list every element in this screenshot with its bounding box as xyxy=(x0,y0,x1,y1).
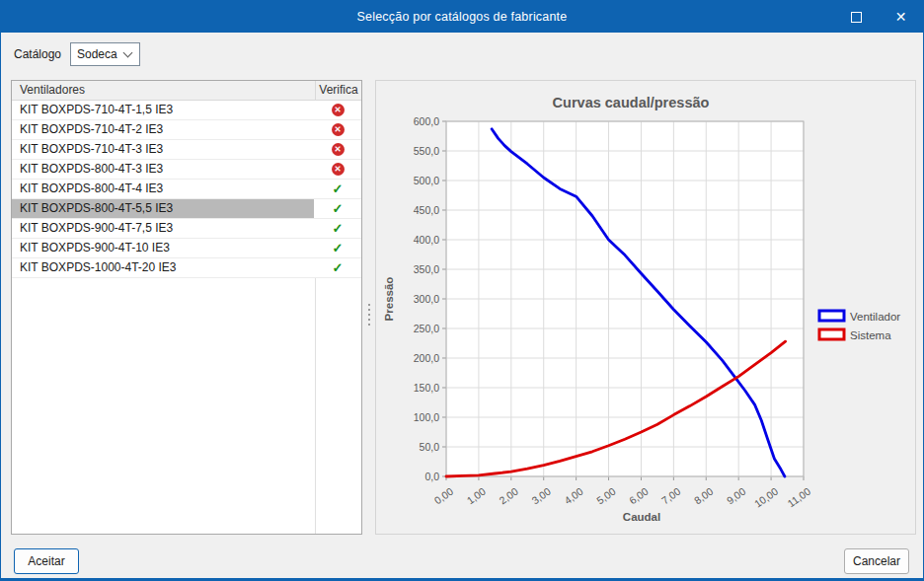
close-button[interactable]: ✕ xyxy=(879,1,923,33)
titlebar[interactable]: Selecção por catálogos de fabricante ✕ xyxy=(1,1,923,33)
header-verifica: Verifica xyxy=(315,81,361,100)
svg-text:4,00: 4,00 xyxy=(562,485,585,507)
catalog-label: Catálogo xyxy=(14,47,61,61)
svg-text:50,0: 50,0 xyxy=(420,441,440,453)
svg-text:250,0: 250,0 xyxy=(414,323,439,334)
svg-text:7,00: 7,00 xyxy=(659,485,683,507)
splitter-dot xyxy=(368,324,370,326)
dialog-window: Selecção por catálogos de fabricante ✕ C… xyxy=(0,0,924,581)
svg-text:400,0: 400,0 xyxy=(414,234,439,246)
panel-splitter[interactable] xyxy=(365,295,373,334)
fan-name: KIT BOXPDS-900-4T-10 IE3 xyxy=(12,239,314,257)
table-row[interactable]: KIT BOXPDS-1000-4T-20 IE3✓ xyxy=(12,258,361,278)
fan-name: KIT BOXPDS-710-4T-2 IE3 xyxy=(12,120,314,139)
fan-name: KIT BOXPDS-800-4T-4 IE3 xyxy=(12,180,314,198)
fail-cross-icon: ✕ xyxy=(314,101,361,119)
svg-text:3,00: 3,00 xyxy=(529,485,553,507)
fail-cross-icon: ✕ xyxy=(314,120,361,139)
svg-text:2,00: 2,00 xyxy=(497,485,520,507)
fan-list-rows: KIT BOXPDS-710-4T-1,5 IE3✕KIT BOXPDS-710… xyxy=(12,101,361,278)
pass-check-icon: ✓ xyxy=(314,239,361,257)
fan-name: KIT BOXPDS-710-4T-3 IE3 xyxy=(12,140,314,159)
svg-text:600,0: 600,0 xyxy=(414,115,439,127)
svg-text:Curvas caudal/pressão: Curvas caudal/pressão xyxy=(553,95,710,110)
chevron-down-icon xyxy=(123,48,133,58)
maximize-button[interactable] xyxy=(834,1,879,33)
chart-panel: Curvas caudal/pressão0,001,002,003,004,0… xyxy=(375,80,916,535)
dialog-body: Catálogo Sodeca Ventiladores Verifica KI… xyxy=(1,33,923,579)
svg-text:9,00: 9,00 xyxy=(725,485,748,507)
svg-text:11,00: 11,00 xyxy=(785,485,812,510)
pass-check-icon: ✓ xyxy=(314,199,361,218)
cancel-button[interactable]: Cancelar xyxy=(844,548,909,574)
legend-item: Ventilador xyxy=(819,311,900,323)
fan-list-panel: Ventiladores Verifica KIT BOXPDS-710-4T-… xyxy=(11,80,362,535)
table-row[interactable]: KIT BOXPDS-900-4T-7,5 IE3✓ xyxy=(12,219,361,239)
fan-name: KIT BOXPDS-800-4T-5,5 IE3 xyxy=(12,199,314,218)
pass-check-icon: ✓ xyxy=(314,258,361,277)
legend-label: Sistema xyxy=(850,329,891,341)
fan-list-header: Ventiladores Verifica xyxy=(12,81,361,101)
svg-text:200,0: 200,0 xyxy=(414,352,439,364)
fail-cross-icon: ✕ xyxy=(314,160,361,179)
svg-text:350,0: 350,0 xyxy=(414,263,439,275)
svg-text:0,00: 0,00 xyxy=(432,485,456,507)
table-row[interactable]: KIT BOXPDS-710-4T-1,5 IE3✕ xyxy=(12,101,361,120)
svg-text:6,00: 6,00 xyxy=(627,485,651,507)
table-row[interactable]: KIT BOXPDS-710-4T-3 IE3✕ xyxy=(12,140,361,160)
fail-cross-icon: ✕ xyxy=(314,140,361,159)
fan-name: KIT BOXPDS-800-4T-3 IE3 xyxy=(12,160,314,179)
pressure-flow-chart: Curvas caudal/pressão0,001,002,003,004,0… xyxy=(376,81,915,534)
legend-item: Sistema xyxy=(819,329,891,341)
legend-label: Ventilador xyxy=(850,311,900,323)
splitter-dot xyxy=(368,319,370,321)
svg-text:Pressão: Pressão xyxy=(383,277,395,322)
svg-text:150,0: 150,0 xyxy=(414,382,439,394)
svg-text:1,00: 1,00 xyxy=(464,485,488,507)
window-title: Selecção por catálogos de fabricante xyxy=(1,10,923,24)
catalog-value: Sodeca xyxy=(71,47,124,61)
pass-check-icon: ✓ xyxy=(314,180,361,198)
svg-text:5,00: 5,00 xyxy=(594,485,618,507)
splitter-dot xyxy=(368,304,370,306)
legend-swatch-icon xyxy=(819,329,844,339)
close-icon: ✕ xyxy=(895,10,907,24)
header-ventiladores: Ventiladores xyxy=(12,81,315,100)
catalog-dropdown[interactable]: Sodeca xyxy=(70,42,140,66)
svg-text:100,0: 100,0 xyxy=(414,411,439,423)
pass-check-icon: ✓ xyxy=(314,219,361,238)
svg-text:500,0: 500,0 xyxy=(414,175,439,186)
table-row[interactable]: KIT BOXPDS-900-4T-10 IE3✓ xyxy=(12,239,361,258)
table-row[interactable]: KIT BOXPDS-710-4T-2 IE3✕ xyxy=(12,120,361,140)
splitter-dot xyxy=(368,309,370,311)
table-row[interactable]: KIT BOXPDS-800-4T-4 IE3✓ xyxy=(12,180,361,199)
svg-text:450,0: 450,0 xyxy=(414,204,439,216)
svg-text:Caudal: Caudal xyxy=(623,511,660,523)
table-row[interactable]: KIT BOXPDS-800-4T-5,5 IE3✓ xyxy=(12,199,361,219)
splitter-dot xyxy=(368,314,370,316)
svg-text:10,00: 10,00 xyxy=(752,485,781,510)
svg-text:0,0: 0,0 xyxy=(424,471,439,482)
svg-text:300,0: 300,0 xyxy=(414,293,439,305)
accept-button[interactable]: Aceitar xyxy=(14,548,79,574)
fan-name: KIT BOXPDS-710-4T-1,5 IE3 xyxy=(12,101,314,119)
legend-swatch-icon xyxy=(819,311,844,321)
fan-name: KIT BOXPDS-1000-4T-20 IE3 xyxy=(12,258,314,277)
maximize-icon xyxy=(851,12,862,23)
svg-text:8,00: 8,00 xyxy=(692,485,716,507)
svg-text:550,0: 550,0 xyxy=(414,145,439,157)
fan-name: KIT BOXPDS-900-4T-7,5 IE3 xyxy=(12,219,314,238)
table-row[interactable]: KIT BOXPDS-800-4T-3 IE3✕ xyxy=(12,160,361,180)
